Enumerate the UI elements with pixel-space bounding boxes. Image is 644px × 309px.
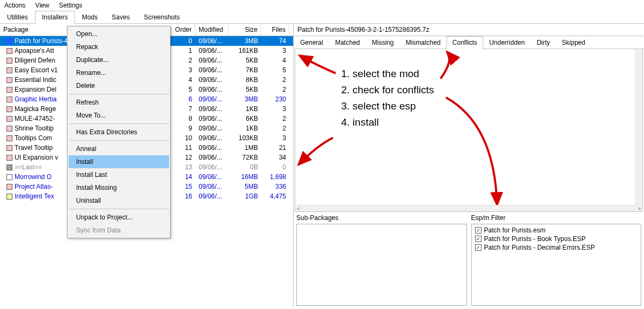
esp-filter-pane: Esp/m Filter Patch for Purists.esmPatch … [469, 212, 644, 307]
menu-view[interactable]: View [35, 2, 49, 9]
tab-saves[interactable]: Saves [105, 11, 137, 23]
rtab-skipped[interactable]: Skipped [556, 36, 591, 49]
package-checkbox[interactable] [6, 58, 12, 64]
menu-item-duplicate[interactable]: Duplicate... [69, 53, 169, 66]
esp-item[interactable]: Patch for Purists - Book Typos.ESP [475, 235, 638, 243]
cell-size: 16MB [229, 173, 261, 181]
cell-files: 21 [261, 143, 289, 152]
menu-item-refresh[interactable]: Refresh [69, 96, 169, 109]
package-checkbox[interactable] [6, 48, 12, 54]
cell-size: 3MB [229, 37, 261, 45]
tab-screenshots[interactable]: Screenshots [137, 11, 187, 23]
cell-order: 1 [172, 46, 195, 55]
rtab-underridden[interactable]: Underridden [483, 36, 531, 49]
cell-size: 161KB [229, 46, 261, 55]
cell-files: 2 [261, 114, 289, 123]
annotation-3: 3. select the esp [341, 100, 416, 112]
col-modified[interactable]: Modified [195, 24, 229, 36]
package-checkbox[interactable] [6, 174, 12, 180]
cell-files: 0 [261, 163, 289, 171]
rtab-dirty[interactable]: Dirty [531, 36, 556, 49]
col-files[interactable]: Files [261, 24, 289, 36]
package-name: Tooltips Com [15, 134, 52, 142]
menu-item-move-to[interactable]: Move To... [69, 109, 169, 122]
package-checkbox[interactable] [6, 194, 12, 200]
rtab-general[interactable]: General [294, 36, 329, 49]
col-order[interactable]: Order [172, 24, 195, 36]
cell-files: 3 [261, 105, 289, 113]
cell-files: 3 [261, 134, 289, 142]
menu-item-delete[interactable]: Delete [69, 79, 169, 92]
sub-packages-box[interactable] [296, 224, 467, 306]
esp-label: Patch for Purists.esm [484, 226, 546, 234]
cell-order: 10 [172, 134, 195, 142]
rtab-conflicts[interactable]: Conflicts [446, 36, 483, 49]
menu-item-rename[interactable]: Rename... [69, 66, 169, 79]
menu-item-install-last[interactable]: Install Last [69, 168, 169, 181]
package-checkbox[interactable] [6, 67, 12, 73]
esp-item[interactable]: Patch for Purists - Decimal Errors.ESP [475, 244, 638, 251]
esp-filter-box[interactable]: Patch for Purists.esmPatch for Purists -… [471, 224, 642, 306]
package-name: Magicka Rege [15, 105, 56, 113]
menu-item-open[interactable]: Open... [69, 28, 169, 40]
package-name: Apoapse's Att [15, 47, 54, 54]
menu-item-has-extra-directories[interactable]: Has Extra Directories [69, 126, 169, 139]
menu-separator [69, 94, 168, 94]
package-checkbox[interactable] [6, 145, 12, 151]
col-size[interactable]: Size [229, 24, 261, 36]
tab-installers[interactable]: Installers [35, 11, 75, 24]
menu-actions[interactable]: Actions [4, 2, 25, 9]
vertical-scrollbar[interactable] [635, 49, 642, 205]
menu-item-install[interactable]: Install [69, 155, 169, 168]
rtab-missing[interactable]: Missing [366, 36, 400, 49]
esp-checkbox[interactable] [475, 227, 482, 234]
cell-size: 1KB [229, 105, 261, 113]
package-checkbox[interactable] [6, 77, 12, 83]
cell-modified: 09/06/... [195, 114, 229, 123]
package-checkbox[interactable] [6, 126, 12, 132]
cell-order: 8 [172, 114, 195, 123]
esp-label: Patch for Purists - Decimal Errors.ESP [484, 244, 595, 251]
cell-order: 3 [172, 66, 195, 74]
tab-utilities[interactable]: Utilities [0, 11, 35, 23]
cell-modified: 09/06/... [195, 85, 229, 94]
annotation-1: 1. select the mod [341, 68, 419, 80]
right-pane: Patch for Purists-45096-3-2-1-1575286395… [294, 24, 644, 307]
package-name: Intelligent Tex [15, 193, 54, 200]
sub-packages-label: Sub-Packages [296, 213, 467, 224]
tab-mods[interactable]: Mods [75, 11, 105, 23]
horizontal-scrollbar[interactable]: <> [295, 205, 642, 211]
esp-item[interactable]: Patch for Purists.esm [475, 226, 638, 234]
menu-item-uninstall[interactable]: Uninstall [69, 194, 169, 207]
package-checkbox[interactable] [6, 135, 12, 141]
cell-files: 2 [261, 85, 289, 94]
esp-checkbox[interactable] [475, 236, 482, 242]
cell-files: 5 [261, 66, 289, 74]
cell-size: 5MB [229, 182, 261, 191]
package-list-pane: Package Order Modified Size Files Patch … [0, 24, 294, 307]
cell-order: 9 [172, 124, 195, 133]
package-name: Easy Escort v1 [15, 66, 58, 74]
menu-item-repack[interactable]: Repack [69, 40, 169, 53]
cell-size: 8KB [229, 75, 261, 84]
menu-settings[interactable]: Settings [59, 2, 82, 9]
package-name: Graphic Herba [15, 95, 57, 103]
menu-item-anneal[interactable]: Anneal [69, 142, 169, 155]
menu-item-install-missing[interactable]: Install Missing [69, 181, 169, 194]
rtab-matched[interactable]: Matched [329, 36, 366, 49]
menu-separator [69, 123, 168, 124]
package-checkbox[interactable] [6, 87, 12, 93]
cell-files: 74 [261, 37, 289, 45]
package-checkbox[interactable] [6, 155, 12, 161]
package-checkbox[interactable] [6, 38, 12, 44]
cell-modified: 09/06/... [195, 182, 229, 191]
cell-modified: 09/06/... [195, 105, 229, 113]
esp-checkbox[interactable] [475, 244, 482, 251]
package-checkbox[interactable] [6, 184, 12, 190]
menu-item-unpack-to-project[interactable]: Unpack to Project... [69, 211, 169, 224]
rtab-mismatched[interactable]: Mismatched [399, 36, 446, 49]
package-checkbox[interactable] [6, 97, 12, 102]
package-checkbox[interactable] [6, 164, 12, 170]
package-checkbox[interactable] [6, 116, 12, 122]
package-checkbox[interactable] [6, 106, 12, 112]
